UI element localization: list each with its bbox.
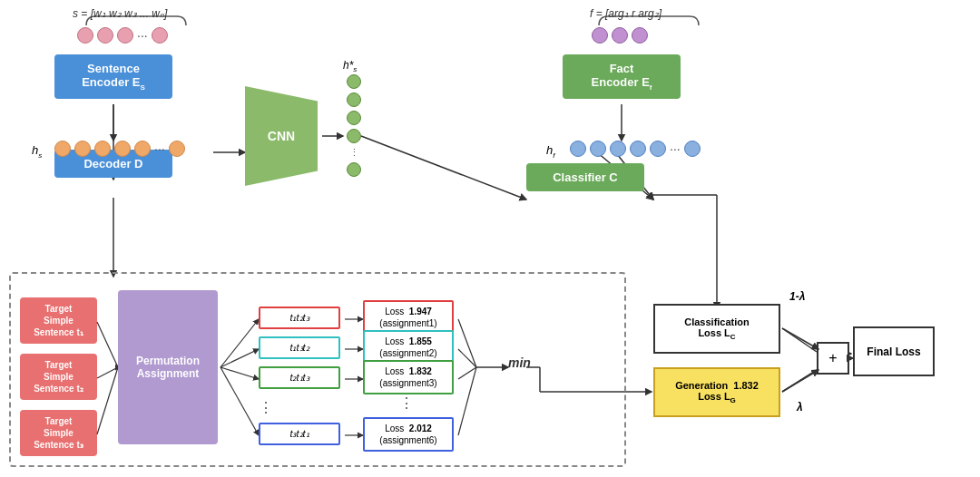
classification-loss-box: ClassificationLoss LC bbox=[653, 304, 780, 354]
seq-2-box: t₁t₃t₂ bbox=[259, 336, 340, 359]
svg-line-29 bbox=[782, 370, 817, 392]
loss-3-box: Loss 1.832(assignment3) bbox=[363, 360, 454, 394]
target-2-box: TargetSimpleSentence t₂ bbox=[20, 354, 97, 400]
fact-formula: f = [arg₁ r arg₂] bbox=[590, 7, 662, 20]
token-circle-3 bbox=[117, 27, 133, 44]
target-3-box: TargetSimpleSentence t₃ bbox=[20, 410, 97, 456]
token-circle-2 bbox=[97, 27, 113, 44]
seq-dots: ⋮ bbox=[259, 399, 273, 416]
loss-dots: ⋮ bbox=[399, 394, 414, 412]
hf-circles: ··· bbox=[570, 141, 701, 157]
classifier-box: Classifier C bbox=[526, 163, 644, 191]
hs-label: hs bbox=[32, 143, 42, 160]
sentence-encoder-box: SentenceEncoder ES bbox=[54, 54, 172, 99]
fact-circle-2 bbox=[612, 27, 628, 44]
seq-1-box: t₁t₂t₃ bbox=[259, 307, 340, 329]
generation-loss-box: Generation 1.832Loss LG bbox=[653, 367, 780, 417]
min-label: min bbox=[508, 355, 531, 370]
loss-4-box: Loss 2.012(assignment6) bbox=[363, 417, 454, 452]
sentence-input-circles: ··· bbox=[77, 27, 168, 44]
hs-circles: ··· bbox=[54, 141, 185, 157]
permutation-box: Permutation Assignment bbox=[118, 290, 218, 444]
lambda2-label: λ bbox=[797, 401, 803, 414]
svg-line-37 bbox=[782, 370, 818, 392]
final-loss-box: Final Loss bbox=[853, 326, 935, 376]
cnn-box: CNN bbox=[245, 86, 318, 186]
svg-line-28 bbox=[782, 328, 817, 352]
fact-circle-1 bbox=[592, 27, 608, 44]
token-circle-1 bbox=[77, 27, 93, 44]
fact-input-circles bbox=[592, 27, 648, 44]
fact-circle-3 bbox=[632, 27, 648, 44]
hs-star-label: h*s bbox=[343, 59, 357, 73]
token-dots: ··· bbox=[137, 28, 148, 43]
lambda1-label: 1-λ bbox=[789, 290, 805, 303]
target-1-box: TargetSimpleSentence t₁ bbox=[20, 297, 97, 344]
token-circle-n bbox=[152, 27, 168, 44]
main-diagram: s = [w₁ w₂ w₃ ... wₙ] f = [arg₁ r arg₂] … bbox=[0, 0, 980, 477]
hf-label: hf bbox=[546, 143, 554, 160]
svg-line-5 bbox=[361, 136, 526, 200]
svg-line-36 bbox=[782, 328, 818, 349]
seq-4-box: t₃t₂t₁ bbox=[259, 423, 340, 445]
sentence-formula: s = [w₁ w₂ w₃ ... wₙ] bbox=[73, 7, 167, 20]
hs-star-circles: ⋮ bbox=[347, 74, 361, 177]
fact-encoder-box: FactEncoder Ef bbox=[563, 54, 681, 99]
combiner-node: + bbox=[817, 342, 849, 375]
seq-3-box: t₂t₁t₃ bbox=[259, 366, 340, 389]
